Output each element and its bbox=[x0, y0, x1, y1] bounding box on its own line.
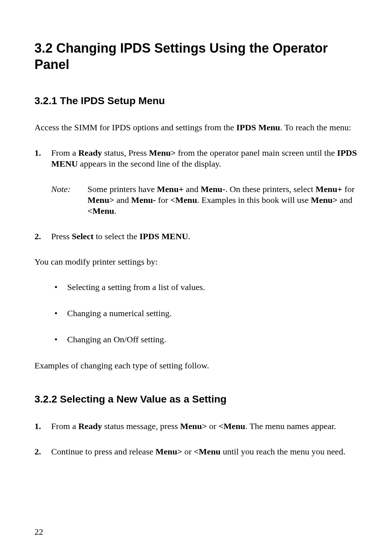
bullet-text: Changing a numerical setting. bbox=[67, 308, 358, 319]
list-content: From a Ready status message, press Menu>… bbox=[51, 421, 358, 432]
text-bold: Menu- bbox=[201, 184, 225, 194]
text-bold: <Menu bbox=[87, 206, 114, 216]
list-marker: 1. bbox=[34, 421, 51, 432]
text: From a bbox=[51, 421, 78, 431]
text: from the operator panel main screen unti… bbox=[176, 148, 337, 158]
text: Access the SIMM for IPDS options and set… bbox=[34, 123, 236, 132]
text: and bbox=[338, 195, 352, 205]
section-heading-3-2: 3.2 Changing IPDS Settings Using the Ope… bbox=[34, 40, 358, 73]
text: Press bbox=[51, 232, 72, 241]
text-bold: <Menu bbox=[194, 447, 221, 456]
text: appears in the second line of the displa… bbox=[78, 159, 221, 168]
text-bold: Menu+ bbox=[157, 184, 184, 194]
list-content: From a Ready status, Press Menu> from th… bbox=[51, 147, 358, 216]
text-bold: Select bbox=[72, 232, 94, 241]
text-bold: Ready bbox=[78, 148, 102, 158]
text-bold: IPDS MENU bbox=[139, 232, 188, 241]
text: From a bbox=[51, 148, 78, 158]
ordered-list-1: 1. From a Ready status, Press Menu> from… bbox=[34, 147, 358, 242]
intro-paragraph: Access the SIMM for IPDS options and set… bbox=[34, 122, 358, 133]
modify-intro: You can modify printer settings by: bbox=[34, 256, 358, 267]
list-marker: 1. bbox=[34, 147, 51, 216]
text: . Examples in this book will use bbox=[197, 195, 311, 205]
bullet-list: • Selecting a setting from a list of val… bbox=[34, 282, 358, 345]
list-marker: 2. bbox=[34, 231, 51, 242]
bullet-text: Changing an On/Off setting. bbox=[67, 334, 358, 345]
text: or bbox=[207, 421, 219, 431]
text: and bbox=[114, 195, 131, 205]
text-bold: Menu> bbox=[87, 195, 114, 205]
section-heading-3-2-2: 3.2.2 Selecting a New Value as a Setting bbox=[34, 393, 358, 406]
text: status, Press bbox=[102, 148, 149, 158]
text: . The menu names appear. bbox=[245, 421, 336, 431]
text-bold: <Menu bbox=[219, 421, 245, 431]
bullet-icon: • bbox=[54, 282, 67, 293]
text-bold: Menu> bbox=[311, 195, 338, 205]
text: . To reach the menu: bbox=[280, 123, 351, 132]
page-number: 22 bbox=[34, 527, 43, 537]
note-content: Some printers have Menu+ and Menu-. On t… bbox=[87, 184, 358, 216]
text-bold: Menu- bbox=[131, 195, 156, 205]
text-bold: <Menu bbox=[170, 195, 197, 205]
text-bold: IPDS Menu bbox=[236, 123, 280, 132]
list-item: 1. From a Ready status message, press Me… bbox=[34, 421, 358, 432]
text: . bbox=[114, 206, 117, 216]
text-bold: Menu+ bbox=[315, 184, 342, 194]
list-item: 1. From a Ready status, Press Menu> from… bbox=[34, 147, 358, 216]
bullet-text: Selecting a setting from a list of value… bbox=[67, 282, 358, 293]
examples-follow: Examples of changing each type of settin… bbox=[34, 360, 358, 371]
list-item: • Changing an On/Off setting. bbox=[54, 334, 358, 345]
text: status message, press bbox=[102, 421, 180, 431]
text: . bbox=[188, 232, 190, 241]
list-item: 2. Continue to press and release Menu> o… bbox=[34, 446, 358, 457]
text-bold: Menu> bbox=[149, 148, 176, 158]
text: Continue to press and release bbox=[51, 447, 155, 456]
text: for bbox=[342, 184, 355, 194]
text: for bbox=[156, 195, 170, 205]
section-heading-3-2-1: 3.2.1 The IPDS Setup Menu bbox=[34, 94, 358, 107]
text-bold: Ready bbox=[78, 421, 102, 431]
text: until you reach the menu you need. bbox=[221, 447, 346, 456]
list-marker: 2. bbox=[34, 446, 51, 457]
text: . On these printers, select bbox=[225, 184, 316, 194]
bullet-icon: • bbox=[54, 308, 67, 319]
bullet-icon: • bbox=[54, 334, 67, 345]
text: Some printers have bbox=[87, 184, 157, 194]
list-content: Press Select to select the IPDS MENU. bbox=[51, 231, 358, 242]
list-content: Continue to press and release Menu> or <… bbox=[51, 446, 358, 457]
text-bold: Menu> bbox=[155, 447, 182, 456]
ordered-list-2: 1. From a Ready status message, press Me… bbox=[34, 421, 358, 457]
note-block: Note: Some printers have Menu+ and Menu-… bbox=[51, 184, 358, 216]
list-item: 2. Press Select to select the IPDS MENU. bbox=[34, 231, 358, 242]
text-bold: Menu> bbox=[180, 421, 207, 431]
note-label: Note: bbox=[51, 184, 87, 216]
text: and bbox=[184, 184, 201, 194]
text: to select the bbox=[94, 232, 140, 241]
list-item: • Selecting a setting from a list of val… bbox=[54, 282, 358, 293]
list-item: • Changing a numerical setting. bbox=[54, 308, 358, 319]
text: or bbox=[182, 447, 194, 456]
